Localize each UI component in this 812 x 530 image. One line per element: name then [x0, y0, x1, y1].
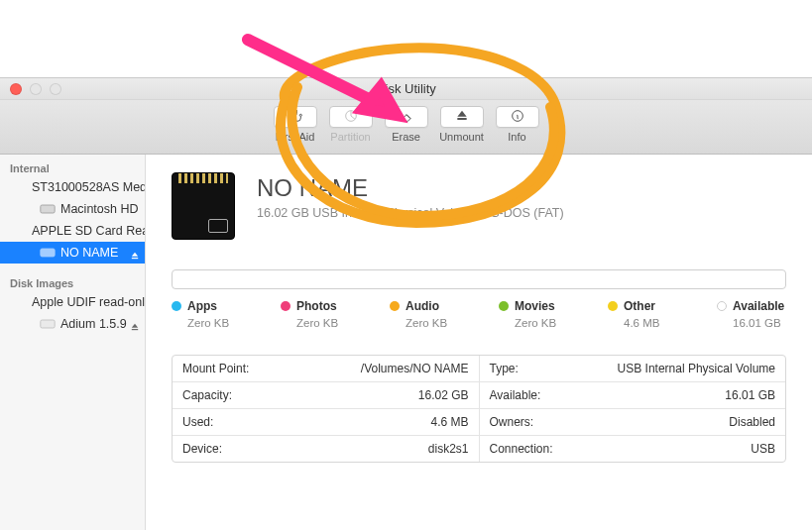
usage-bar [172, 269, 786, 289]
sidebar-section-header: Internal [0, 159, 145, 176]
sidebar-item-sd-reader[interactable]: APPLE SD Card Reade… [0, 220, 145, 242]
svg-point-0 [299, 114, 301, 116]
sidebar-item-label: ST31000528AS Media [32, 180, 145, 194]
detail-used: Used:4.6 MB [173, 409, 480, 436]
volume-icon [40, 318, 56, 330]
dot-icon [499, 301, 509, 311]
toolbar-label: Info [508, 131, 525, 143]
info-icon [509, 108, 526, 127]
toolbar-label: Unmount [439, 131, 484, 143]
eject-icon [453, 108, 471, 127]
detail-available: Available:16.01 GB [480, 382, 786, 409]
detail-connection: Connection:USB [480, 436, 786, 462]
minimize-button[interactable] [30, 83, 42, 95]
toolbar-label: Partition [330, 131, 370, 143]
sidebar-item-label: Adium 1.5.9 [60, 317, 127, 331]
title-bar: Disk Utility [0, 77, 812, 100]
legend-label: Apps [187, 299, 217, 313]
toolbar-label: First Aid [276, 131, 315, 143]
partition-button: Partition [324, 106, 378, 143]
unmount-button[interactable]: Unmount [435, 106, 489, 143]
detail-type: Type:USB Internal Physical Volume [480, 356, 786, 382]
sidebar-item-macintosh-hd[interactable]: Macintosh HD [0, 198, 145, 220]
dot-icon [717, 301, 727, 311]
traffic-lights [10, 83, 61, 95]
sidebar-item-disk-image[interactable]: Apple UDIF read-only… [0, 291, 145, 313]
detail-mount-point: Mount Point:/Volumes/NO NAME [173, 356, 480, 382]
legend-label: Photos [296, 299, 337, 313]
legend-value: Zero KB [296, 317, 350, 329]
detail-capacity: Capacity:16.02 GB [173, 382, 480, 409]
legend-label: Other [624, 299, 655, 313]
dot-icon [390, 301, 400, 311]
legend-available: Available 16.01 GB [717, 299, 786, 329]
volume-icon [40, 247, 56, 259]
svg-rect-2 [457, 118, 466, 120]
legend-value: Zero KB [406, 317, 459, 329]
dot-icon [281, 301, 290, 311]
svg-rect-12 [132, 329, 138, 330]
content-pane: NO NAME 16.02 GB USB Internal Physical V… [146, 155, 812, 530]
body: Internal ST31000528AS Media Macintosh HD… [0, 155, 812, 530]
stethoscope-icon [287, 108, 304, 127]
close-button[interactable] [10, 83, 22, 95]
pie-icon [342, 108, 360, 127]
maximize-button[interactable] [50, 83, 61, 95]
eraser-icon [398, 108, 415, 127]
sidebar-item-label: APPLE SD Card Reade… [32, 224, 145, 238]
volume-title: NO NAME [257, 174, 564, 202]
svg-rect-9 [132, 258, 138, 259]
svg-rect-11 [41, 320, 55, 328]
sidebar-item-label: Macintosh HD [60, 202, 139, 216]
legend-value: Zero KB [515, 317, 568, 329]
first-aid-button[interactable]: First Aid [269, 106, 322, 143]
info-button[interactable]: Info [491, 106, 544, 143]
legend-label: Audio [406, 299, 439, 313]
sidebar-item-adium[interactable]: Adium 1.5.9 [0, 313, 145, 335]
svg-rect-6 [41, 205, 55, 213]
window-title: Disk Utility [0, 81, 812, 96]
legend-audio: Audio Zero KB [390, 299, 459, 329]
sidebar-item-label: NO NAME [60, 246, 118, 260]
hdd-icon [40, 203, 56, 215]
toolbar: First Aid Partition Erase Unmount [0, 100, 812, 155]
volume-subtitle: 16.02 GB USB Internal Physical Volume MS… [257, 206, 564, 220]
volume-header: NO NAME 16.02 GB USB Internal Physical V… [172, 172, 786, 240]
eject-icon[interactable] [131, 320, 139, 328]
svg-rect-8 [41, 249, 55, 257]
toolbar-group: First Aid Partition Erase Unmount [269, 106, 544, 143]
dot-icon [172, 301, 181, 311]
usage-legend: Apps Zero KB Photos Zero KB Audio Zero K… [172, 299, 786, 329]
legend-apps: Apps Zero KB [172, 299, 241, 329]
sidebar-item-label: Apple UDIF read-only… [32, 295, 145, 309]
empty-space [0, 0, 812, 77]
legend-value: 16.01 GB [733, 317, 786, 329]
eject-icon[interactable] [131, 249, 139, 257]
sidebar: Internal ST31000528AS Media Macintosh HD… [0, 155, 146, 530]
sidebar-item-no-name[interactable]: NO NAME [0, 242, 145, 264]
legend-photos: Photos Zero KB [281, 299, 350, 329]
toolbar-label: Erase [392, 131, 420, 143]
disk-utility-window: Disk Utility First Aid Partition Era [0, 0, 812, 530]
detail-owners: Owners:Disabled [480, 409, 786, 436]
detail-device: Device:disk2s1 [173, 436, 480, 462]
legend-label: Movies [515, 299, 555, 313]
sd-card-icon [172, 172, 235, 240]
sidebar-section-header: Disk Images [0, 273, 145, 291]
legend-value: 4.6 MB [624, 317, 677, 329]
dot-icon [608, 301, 618, 311]
sidebar-item-internal-disk[interactable]: ST31000528AS Media [0, 176, 145, 198]
details-table: Mount Point:/Volumes/NO NAME Type:USB In… [172, 355, 786, 463]
legend-label: Available [733, 299, 784, 313]
erase-button[interactable]: Erase [380, 106, 433, 143]
legend-movies: Movies Zero KB [499, 299, 568, 329]
legend-value: Zero KB [187, 317, 241, 329]
legend-other: Other 4.6 MB [608, 299, 677, 329]
